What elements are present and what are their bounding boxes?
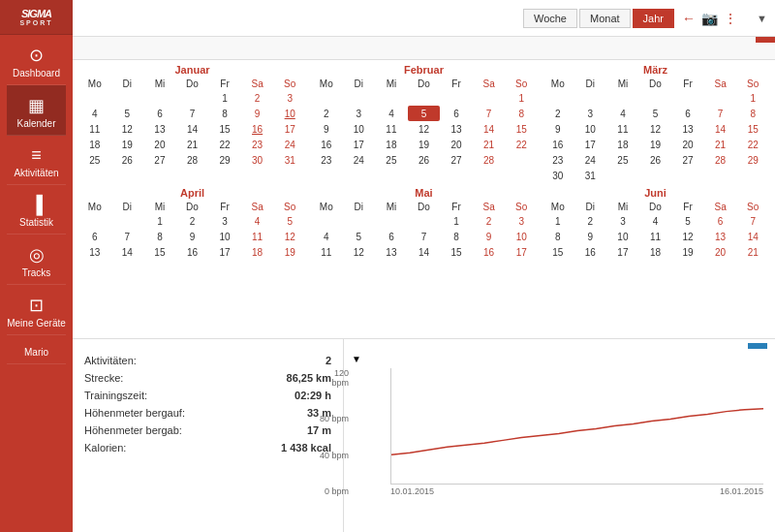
cal-day[interactable]: 25 [78, 152, 111, 168]
cal-day[interactable]: 1 [440, 213, 473, 229]
cal-day[interactable]: 7 [176, 106, 209, 121]
cal-day[interactable]: 24 [343, 152, 376, 168]
cal-day[interactable]: 12 [408, 121, 441, 137]
cal-day[interactable]: 24 [273, 137, 306, 152]
cal-day[interactable]: 5 [343, 229, 376, 244]
cal-day[interactable]: 21 [704, 137, 737, 152]
cal-day[interactable]: 5 [111, 106, 144, 121]
back-icon[interactable]: ← [682, 11, 696, 26]
cal-day[interactable]: 7 [736, 213, 769, 229]
tab-jahr[interactable]: Jahr [633, 9, 674, 28]
cal-day[interactable]: 16 [310, 137, 343, 152]
cal-day[interactable]: 11 [606, 121, 639, 137]
cal-day[interactable]: 19 [671, 244, 704, 260]
cal-day[interactable]: 22 [208, 137, 241, 152]
cal-day[interactable]: 25 [606, 152, 639, 168]
cal-day[interactable]: 17 [343, 137, 376, 152]
tab-monat[interactable]: Monat [579, 9, 631, 28]
cal-day[interactable]: 5 [671, 213, 704, 229]
cal-day[interactable]: 6 [143, 106, 176, 121]
cal-day[interactable]: 4 [241, 213, 274, 229]
cal-day[interactable]: 9 [310, 121, 343, 137]
cal-day[interactable]: 3 [343, 106, 376, 121]
cal-day[interactable]: 11 [241, 229, 274, 244]
cal-day[interactable]: 10 [343, 121, 376, 137]
cal-day[interactable]: 22 [505, 137, 538, 152]
cal-day[interactable]: 14 [736, 229, 769, 244]
cal-day[interactable]: 20 [671, 137, 704, 152]
cal-day[interactable]: 4 [375, 106, 408, 121]
cal-day[interactable]: 23 [310, 152, 343, 168]
cal-day[interactable]: 4 [639, 213, 672, 229]
cal-day[interactable]: 13 [704, 229, 737, 244]
cal-day[interactable]: 22 [736, 137, 769, 152]
cal-day[interactable]: 11 [78, 121, 111, 137]
sidebar-item-meine-geraete[interactable]: ⊡Meine Geräte [7, 285, 66, 335]
cal-day[interactable]: 10 [574, 121, 607, 137]
cal-day[interactable]: 1 [542, 213, 574, 229]
cal-day[interactable]: 23 [542, 152, 574, 168]
cal-day[interactable]: 9 [176, 229, 209, 244]
cal-day[interactable]: 16 [473, 244, 506, 260]
cal-day[interactable]: 8 [440, 229, 473, 244]
cal-day[interactable]: 3 [505, 213, 538, 229]
cal-day[interactable]: 18 [606, 137, 639, 152]
cal-day[interactable]: 31 [273, 152, 306, 168]
cal-day[interactable]: 12 [639, 121, 672, 137]
cal-day[interactable]: 17 [273, 121, 306, 137]
sidebar-item-statistik[interactable]: ▐Statistik [7, 185, 66, 235]
cal-day[interactable]: 7 [473, 106, 506, 121]
cal-day[interactable]: 29 [736, 152, 769, 168]
cal-day[interactable]: 26 [639, 152, 672, 168]
cal-day[interactable]: 10 [505, 229, 538, 244]
metric-dropdown-icon[interactable]: ▼ [352, 354, 361, 364]
cal-day[interactable]: 4 [606, 106, 639, 121]
cal-day[interactable]: 18 [241, 244, 274, 260]
cal-day[interactable]: 4 [310, 229, 343, 244]
sidebar-item-kalender[interactable]: ▦Kalender [7, 85, 66, 136]
cal-day[interactable]: 7 [408, 229, 441, 244]
cal-day[interactable]: 25 [375, 152, 408, 168]
schliessen-button[interactable] [748, 343, 767, 349]
cal-day[interactable]: 2 [241, 90, 274, 106]
cal-day[interactable]: 19 [639, 137, 672, 152]
cal-day[interactable]: 5 [639, 106, 672, 121]
cal-day[interactable]: 13 [671, 121, 704, 137]
cal-day[interactable]: 11 [375, 121, 408, 137]
camera-icon[interactable]: 📷 [701, 11, 718, 26]
cal-day[interactable]: 21 [736, 244, 769, 260]
cal-day[interactable]: 3 [208, 213, 241, 229]
tab-woche[interactable]: Woche [523, 9, 577, 28]
cal-day[interactable]: 30 [542, 168, 574, 183]
cal-day[interactable]: 17 [574, 137, 607, 152]
cal-day[interactable]: 30 [241, 152, 274, 168]
cal-day[interactable]: 5 [273, 213, 306, 229]
cal-day[interactable]: 9 [574, 229, 607, 244]
cal-day[interactable]: 14 [704, 121, 737, 137]
cal-day[interactable]: 4 [78, 106, 111, 121]
filter-dropdown-icon[interactable]: ▼ [757, 13, 767, 24]
cal-day[interactable]: 31 [574, 168, 607, 183]
cal-day[interactable]: 20 [704, 244, 737, 260]
cal-day[interactable]: 27 [671, 152, 704, 168]
cal-day[interactable]: 17 [606, 244, 639, 260]
cal-day[interactable]: 19 [273, 244, 306, 260]
cal-day[interactable]: 29 [208, 152, 241, 168]
cal-day[interactable]: 1 [208, 90, 241, 106]
cal-day[interactable]: 6 [375, 229, 408, 244]
cal-day[interactable]: 27 [440, 152, 473, 168]
cal-day[interactable]: 14 [111, 244, 144, 260]
cal-day[interactable]: 14 [408, 244, 441, 260]
cal-day[interactable]: 18 [78, 137, 111, 152]
cal-day[interactable]: 6 [704, 213, 737, 229]
cal-day[interactable]: 12 [343, 244, 376, 260]
cal-day[interactable]: 9 [241, 106, 274, 121]
cal-day[interactable]: 12 [671, 229, 704, 244]
cal-day[interactable]: 20 [440, 137, 473, 152]
cal-day[interactable]: 2 [176, 213, 209, 229]
cal-day[interactable]: 1 [736, 90, 769, 106]
cal-day[interactable]: 28 [704, 152, 737, 168]
cal-day[interactable]: 15 [505, 121, 538, 137]
cal-day[interactable]: 24 [574, 152, 607, 168]
cal-day[interactable]: 3 [606, 213, 639, 229]
